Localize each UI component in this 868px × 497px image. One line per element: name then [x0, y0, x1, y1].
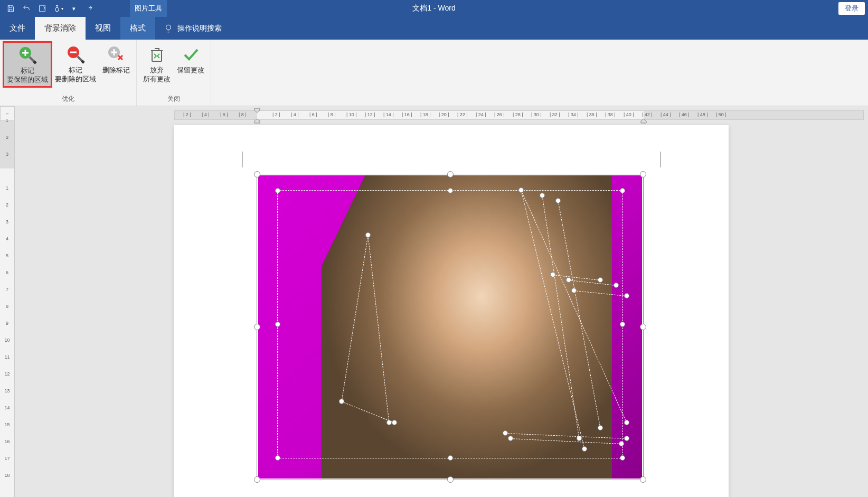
resize-handle-ml[interactable]: [254, 324, 260, 330]
title-bar: ▾ ▾ 图片工具 文档1 - Word 登录: [0, 0, 868, 17]
document-page[interactable]: [174, 125, 729, 497]
document-title: 文档1 - Word: [412, 4, 455, 13]
right-indent-marker-icon[interactable]: [640, 118, 647, 124]
tell-me-search[interactable]: 操作说明搜索: [155, 17, 230, 40]
vruler-tick: 6: [0, 270, 14, 275]
document-workspace: ⌐ 321123456789101112131415161718 | 8 || …: [0, 106, 868, 497]
mark-endpoint[interactable]: [598, 425, 603, 430]
indent-bottom-marker-icon[interactable]: [254, 118, 260, 124]
mark-endpoint[interactable]: [392, 420, 397, 425]
keep-changes-button[interactable]: 保留更改: [174, 42, 207, 77]
horizontal-ruler[interactable]: | 8 || 6 || 4 || 2 || 2 || 4 || 6 || 8 |…: [174, 110, 864, 120]
vruler-tick: 1: [0, 185, 14, 191]
mark-endpoint[interactable]: [550, 272, 555, 277]
undo-button[interactable]: [19, 1, 34, 16]
group-close-label: 关闭: [167, 93, 180, 105]
resize-handle-tl[interactable]: [254, 171, 260, 177]
mark-endpoint[interactable]: [339, 399, 344, 404]
mark-endpoint[interactable]: [619, 441, 624, 446]
vruler-tick: 14: [0, 405, 14, 410]
selected-image[interactable]: [257, 174, 644, 480]
hruler-tick: | 18 |: [420, 112, 431, 117]
mark-endpoint[interactable]: [582, 446, 587, 452]
quick-access-toolbar: ▾ ▾: [3, 1, 97, 16]
save-button[interactable]: [3, 1, 18, 16]
vruler-tick: 7: [0, 287, 14, 292]
vruler-tick: 2: [0, 202, 14, 208]
tab-background-removal[interactable]: 背景消除: [35, 17, 86, 40]
mark-endpoint[interactable]: [365, 232, 371, 238]
resize-handle-br[interactable]: [640, 476, 646, 483]
vruler-tick: 10: [0, 337, 14, 343]
vruler-tick: 1: [0, 118, 14, 123]
lightbulb-icon: [164, 24, 173, 33]
tab-file[interactable]: 文件: [0, 17, 35, 40]
login-button[interactable]: 登录: [838, 2, 865, 15]
mark-endpoint[interactable]: [508, 436, 513, 441]
resize-handle-bm[interactable]: [447, 476, 454, 483]
vruler-tick: 8: [0, 304, 14, 309]
resize-handle-mr[interactable]: [640, 324, 646, 330]
mark-endpoint[interactable]: [503, 430, 508, 436]
plus-pencil-icon: [17, 44, 38, 65]
hruler-tick: | 26 |: [494, 112, 505, 117]
svg-rect-0: [40, 5, 45, 12]
mark-endpoint[interactable]: [540, 193, 545, 198]
resize-handle-bl[interactable]: [254, 476, 260, 483]
mark-endpoint[interactable]: [598, 277, 603, 283]
mark-remove-button[interactable]: 标记 要删除的区域: [52, 42, 99, 86]
touch-mode-button[interactable]: ▾: [51, 1, 65, 16]
hruler-tick: | 6 |: [309, 112, 317, 117]
ribbon-group-close: 放弃 所有更改 保留更改 关闭: [137, 40, 211, 106]
redo-button[interactable]: [82, 1, 97, 16]
vruler-tick: 18: [0, 473, 14, 478]
hruler-tick: | 14 |: [383, 112, 394, 117]
mark-endpoint[interactable]: [566, 277, 571, 283]
mark-endpoint[interactable]: [624, 420, 629, 425]
hruler-tick: | 40 |: [624, 112, 634, 117]
save-icon: [6, 4, 15, 13]
vertical-ruler[interactable]: 321123456789101112131415161718: [0, 121, 15, 497]
vruler-tick: 9: [0, 321, 14, 326]
hruler-tick: | 12 |: [365, 112, 375, 117]
mark-endpoint[interactable]: [518, 187, 524, 193]
vruler-tick: 4: [0, 236, 14, 241]
touch-icon: [53, 4, 61, 13]
mark-endpoint[interactable]: [571, 288, 577, 293]
qat-customize-button[interactable]: ▾: [67, 1, 81, 16]
context-tool-label: 图片工具: [130, 0, 167, 17]
marquee-selection[interactable]: [277, 190, 623, 458]
vruler-tick: 3: [0, 219, 14, 224]
hruler-tick: | 32 |: [550, 112, 560, 117]
vruler-tick: 15: [0, 422, 14, 427]
discard-changes-button[interactable]: 放弃 所有更改: [140, 42, 174, 86]
undo-icon: [22, 4, 31, 13]
mark-keep-button[interactable]: 标记 要保留的区域: [3, 42, 52, 87]
hruler-tick: | 46 |: [679, 112, 690, 117]
mark-endpoint[interactable]: [555, 198, 561, 203]
mark-endpoint[interactable]: [614, 283, 619, 288]
tab-format[interactable]: 格式: [120, 17, 155, 40]
hruler-tick: | 4 |: [291, 112, 299, 117]
hruler-tick: | 10 |: [346, 112, 357, 117]
tab-view[interactable]: 视图: [86, 17, 120, 40]
minus-pencil-icon: [65, 44, 86, 65]
mark-keep-l2: 要保留的区域: [7, 76, 48, 85]
hruler-tick: | 30 |: [531, 112, 542, 117]
quickprint-button[interactable]: [35, 1, 50, 16]
vruler-tick: 2: [0, 135, 14, 140]
mark-endpoint[interactable]: [624, 293, 629, 298]
resize-handle-tm[interactable]: [447, 171, 454, 177]
discard-l2: 所有更改: [143, 75, 171, 84]
mark-endpoint[interactable]: [624, 436, 629, 441]
indent-top-marker-icon[interactable]: [254, 108, 260, 113]
delete-mark-icon: [106, 44, 127, 65]
hruler-tick: | 2 |: [272, 112, 280, 117]
ribbon-group-refine: 标记 要保留的区域 标记 要删除的区域 删除标记 优化: [0, 40, 137, 106]
hruler-tick: | 8 |: [239, 112, 247, 117]
delete-mark-button[interactable]: 删除标记: [99, 42, 133, 77]
resize-handle-tr[interactable]: [640, 171, 646, 177]
vruler-tick: 11: [0, 354, 14, 360]
mark-keep-l1: 标记: [21, 67, 34, 76]
group-refine-label: 优化: [62, 93, 74, 105]
